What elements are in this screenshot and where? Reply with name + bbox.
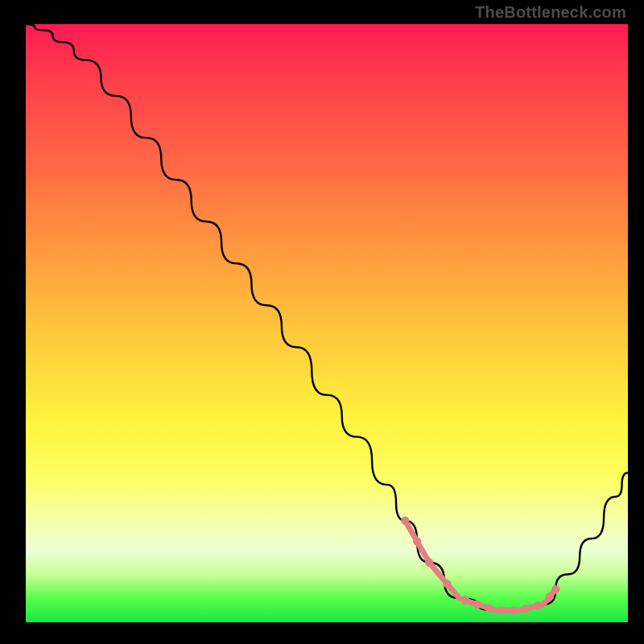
heat-gradient <box>26 24 628 622</box>
chart-frame <box>26 24 628 622</box>
watermark-text: TheBottleneck.com <box>475 3 626 22</box>
chart-plot-area <box>26 24 628 622</box>
